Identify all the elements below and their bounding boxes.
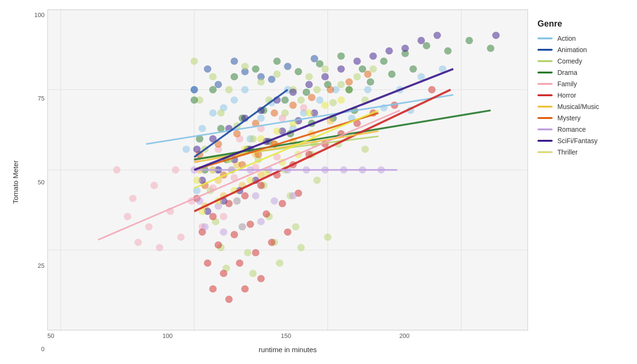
svg-point-58 xyxy=(217,109,225,117)
legend-line-comedy xyxy=(537,60,553,62)
svg-point-220 xyxy=(233,197,241,204)
x-tick-200: 200 xyxy=(399,332,410,339)
svg-point-148 xyxy=(220,213,228,220)
svg-point-221 xyxy=(252,192,260,199)
svg-point-97 xyxy=(295,68,302,75)
svg-point-112 xyxy=(303,89,310,96)
svg-point-85 xyxy=(244,249,252,256)
svg-point-106 xyxy=(487,45,494,52)
svg-point-15 xyxy=(241,86,249,93)
legend-title: Genre xyxy=(537,19,628,29)
legend-label-scifi: SciFi/Fantasy xyxy=(557,137,598,145)
legend-line-mystery xyxy=(537,117,553,119)
svg-point-103 xyxy=(423,42,430,49)
svg-point-60 xyxy=(249,135,257,142)
svg-point-200 xyxy=(346,78,353,85)
svg-point-170 xyxy=(204,259,211,266)
svg-point-199 xyxy=(327,86,334,93)
y-axis-label: Tomato Meter xyxy=(9,9,21,355)
svg-point-94 xyxy=(230,73,238,80)
x-tick-50: 50 xyxy=(47,332,54,339)
svg-point-196 xyxy=(271,109,278,117)
svg-point-95 xyxy=(252,65,260,73)
svg-point-223 xyxy=(289,192,297,199)
legend-label-mystery: Mystery xyxy=(557,114,581,122)
svg-point-83 xyxy=(292,223,300,230)
svg-point-177 xyxy=(225,296,233,303)
legend-line-horror xyxy=(537,94,553,96)
svg-point-111 xyxy=(281,96,289,103)
x-tick-100: 100 xyxy=(163,332,173,339)
svg-point-93 xyxy=(209,86,217,93)
legend-label-horror: Horror xyxy=(557,91,576,99)
svg-point-135 xyxy=(300,104,308,111)
svg-point-44 xyxy=(268,76,275,83)
legend-item-musical: Musical/Music xyxy=(537,103,628,110)
svg-point-264 xyxy=(305,109,313,117)
svg-point-126 xyxy=(113,166,121,173)
svg-point-13 xyxy=(199,125,206,132)
svg-point-52 xyxy=(305,73,313,80)
svg-point-166 xyxy=(246,221,254,228)
legend-item-family: Family xyxy=(537,80,628,88)
svg-point-91 xyxy=(276,259,283,266)
svg-point-104 xyxy=(444,47,452,55)
svg-point-266 xyxy=(337,96,345,103)
svg-point-41 xyxy=(191,86,198,93)
svg-point-39 xyxy=(284,63,291,70)
svg-point-136 xyxy=(124,213,131,220)
chart-container: Tomato Meter 100 75 50 25 0 xyxy=(0,0,637,364)
svg-point-238 xyxy=(354,58,361,65)
legend-line-family xyxy=(537,83,553,85)
svg-point-48 xyxy=(241,63,249,70)
svg-point-145 xyxy=(156,244,164,251)
svg-point-12 xyxy=(230,96,238,103)
svg-point-256 xyxy=(492,32,500,39)
svg-point-179 xyxy=(257,275,265,282)
svg-point-227 xyxy=(257,218,265,225)
legend-item-comedy: Comedy xyxy=(537,57,628,65)
svg-point-236 xyxy=(321,73,329,80)
svg-point-63 xyxy=(297,96,305,103)
y-tick-25: 25 xyxy=(38,263,45,269)
legend-item-romance: Romance xyxy=(537,126,628,133)
svg-point-228 xyxy=(193,146,201,153)
svg-point-129 xyxy=(172,166,180,173)
svg-point-239 xyxy=(369,53,377,60)
svg-point-26 xyxy=(182,146,190,153)
svg-point-65 xyxy=(329,99,337,106)
svg-point-98 xyxy=(316,60,324,67)
svg-point-167 xyxy=(263,210,270,218)
svg-point-152 xyxy=(241,192,249,199)
legend-item-drama: Drama xyxy=(537,69,628,76)
svg-point-234 xyxy=(289,89,297,96)
svg-point-37 xyxy=(230,58,238,65)
svg-point-261 xyxy=(257,135,265,142)
svg-point-45 xyxy=(191,58,198,65)
svg-point-116 xyxy=(388,71,396,78)
svg-point-218 xyxy=(196,197,203,204)
legend-line-romance xyxy=(537,128,553,130)
legend-item-scifi: SciFi/Fantasy xyxy=(537,137,628,145)
svg-point-171 xyxy=(220,270,228,277)
svg-point-164 xyxy=(215,241,222,248)
svg-point-30 xyxy=(418,73,425,80)
svg-point-137 xyxy=(145,223,153,230)
svg-point-168 xyxy=(279,200,286,207)
legend-line-thriller xyxy=(537,151,553,153)
svg-point-197 xyxy=(289,101,297,109)
svg-point-174 xyxy=(268,239,275,246)
svg-point-88 xyxy=(324,234,332,241)
svg-point-90 xyxy=(249,270,257,277)
y-tick-75: 75 xyxy=(38,95,45,101)
svg-point-162 xyxy=(428,86,436,93)
svg-point-194 xyxy=(233,130,241,137)
legend-item-animation: Animation xyxy=(537,46,628,54)
plot-svg-wrap xyxy=(47,9,528,330)
legend-label-animation: Animation xyxy=(557,46,587,54)
svg-point-128 xyxy=(150,182,158,189)
svg-point-235 xyxy=(305,81,313,88)
svg-point-243 xyxy=(434,32,441,39)
legend-item-horror: Horror xyxy=(537,91,628,99)
legend-label-comedy: Comedy xyxy=(557,57,582,65)
